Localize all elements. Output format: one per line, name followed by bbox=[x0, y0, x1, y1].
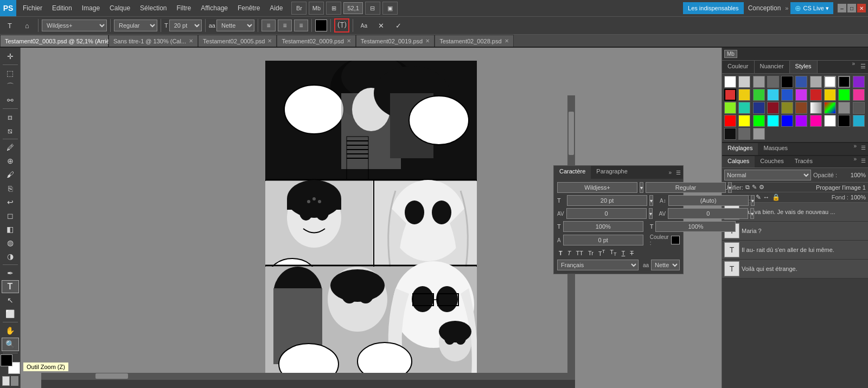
font-size-input[interactable] bbox=[567, 195, 647, 206]
style-swatch-6[interactable] bbox=[795, 76, 807, 88]
calques-tab-couches[interactable]: Couches bbox=[755, 156, 789, 167]
layer-row-2[interactable]: T Il au- rait dû s'en aller de lui même. bbox=[722, 241, 868, 260]
align-left-btn[interactable]: ≡ bbox=[261, 20, 276, 31]
aa-select[interactable]: Nette bbox=[651, 260, 680, 270]
font-style-select[interactable]: Regular Bold Italic bbox=[114, 20, 157, 31]
menu-fenetre[interactable]: Fenêtre bbox=[233, 2, 264, 14]
nuancier-tab[interactable]: Nuancier bbox=[755, 61, 790, 73]
sub-btn[interactable]: TT bbox=[608, 248, 618, 257]
indispensables-button[interactable]: Les indispensables bbox=[683, 2, 744, 14]
tab-5[interactable]: Testament02_0028.psd ✕ bbox=[435, 35, 513, 47]
style-swatch-4[interactable] bbox=[767, 76, 779, 88]
char-tab-paragraphe[interactable]: Paragraphe bbox=[591, 166, 633, 179]
styles-tab[interactable]: Styles bbox=[790, 61, 818, 73]
style-swatch-15[interactable] bbox=[781, 89, 793, 101]
tab-2[interactable]: Testament02_0005.psd ✕ bbox=[198, 35, 277, 47]
style-swatch-13[interactable] bbox=[753, 89, 765, 101]
unify-icon-1[interactable]: ⧉ bbox=[745, 184, 750, 191]
style-swatch-27[interactable] bbox=[810, 102, 822, 114]
style-swatch-18[interactable] bbox=[824, 89, 836, 101]
h-scrollbar[interactable] bbox=[41, 373, 575, 379]
leading-dropdown[interactable]: ▾ bbox=[751, 195, 755, 206]
lasso-tool[interactable]: ⌒ bbox=[2, 80, 19, 93]
align-right-btn[interactable]: ≡ bbox=[294, 20, 308, 31]
char-menu-btn[interactable]: ☰ bbox=[674, 170, 683, 176]
layer-row-3[interactable]: T Voilà qui est étrange. bbox=[722, 260, 868, 279]
style-swatch-10[interactable] bbox=[853, 76, 865, 88]
style-swatch-12[interactable] bbox=[738, 89, 750, 101]
panel-expand-btn[interactable]: » bbox=[850, 61, 857, 73]
style-swatch-26[interactable] bbox=[795, 102, 807, 114]
calques-menu-btn[interactable]: ☰ bbox=[859, 156, 868, 167]
menu-edition[interactable]: Edition bbox=[48, 2, 76, 14]
menu-image[interactable]: Image bbox=[78, 2, 104, 14]
style-swatch-34[interactable] bbox=[767, 115, 779, 127]
v-scrollbar-thumb[interactable] bbox=[569, 112, 574, 155]
menu-fichier[interactable]: Fichier bbox=[18, 2, 47, 14]
font-family-select[interactable]: Wildjess+ bbox=[42, 20, 107, 31]
char-font-input[interactable] bbox=[557, 182, 637, 193]
bold-btn[interactable]: T bbox=[557, 248, 564, 257]
expand-icon[interactable]: » bbox=[785, 5, 788, 11]
menu-affichage[interactable]: Affichage bbox=[196, 2, 232, 14]
style-swatch-3[interactable] bbox=[753, 76, 765, 88]
style-swatch-21[interactable] bbox=[724, 102, 736, 114]
eyedropper-tool[interactable]: 🖉 bbox=[2, 141, 19, 154]
style-swatch-39[interactable] bbox=[838, 115, 850, 127]
char-style-dropdown[interactable]: ▾ bbox=[728, 182, 732, 193]
move-tool[interactable]: ✛ bbox=[2, 50, 19, 63]
style-swatch-29[interactable] bbox=[838, 102, 850, 114]
text-tool[interactable]: T bbox=[2, 280, 19, 293]
tab-close-2[interactable]: ✕ bbox=[267, 38, 272, 44]
calques-tab-calques[interactable]: Calques bbox=[722, 156, 755, 167]
style-swatch-14[interactable] bbox=[767, 89, 779, 101]
calques-expand-btn[interactable]: » bbox=[851, 156, 859, 167]
char-expand-btn[interactable]: » bbox=[666, 170, 674, 176]
style-swatch-5[interactable] bbox=[781, 76, 793, 88]
style-swatch-25[interactable] bbox=[781, 102, 793, 114]
dodge-tool[interactable]: ◑ bbox=[2, 250, 19, 263]
cancel-btn[interactable]: ✕ bbox=[374, 18, 389, 33]
allcaps-btn[interactable]: TT bbox=[574, 248, 584, 257]
style-swatch-32[interactable] bbox=[738, 115, 750, 127]
style-swatch-16[interactable] bbox=[795, 89, 807, 101]
tab-0[interactable]: Testament02_0003.psd @ 52,1% (Arrière-pl… bbox=[0, 35, 108, 47]
scale-v-input[interactable] bbox=[655, 221, 736, 232]
align-center-btn[interactable]: ≡ bbox=[278, 20, 292, 31]
style-swatch-31[interactable] bbox=[724, 115, 736, 127]
super-btn[interactable]: TT bbox=[597, 248, 607, 257]
standard-mode-btn[interactable] bbox=[2, 376, 10, 386]
style-swatch-1[interactable] bbox=[724, 76, 736, 88]
tab-1[interactable]: Sans titre-1 @ 130% (Cal... ✕ bbox=[108, 35, 198, 47]
history-brush-tool[interactable]: ↩ bbox=[2, 196, 19, 209]
menu-selection[interactable]: Sélection bbox=[136, 2, 171, 14]
warp-btn[interactable]: ⌂ bbox=[20, 18, 35, 33]
tab-close-4[interactable]: ✕ bbox=[425, 38, 430, 44]
language-select[interactable]: Français bbox=[557, 260, 639, 270]
baseline-input[interactable] bbox=[563, 235, 643, 245]
blur-tool[interactable]: ◍ bbox=[2, 236, 19, 249]
zoom-display[interactable]: 52,1 bbox=[343, 2, 362, 14]
view-icon[interactable]: ⊟ bbox=[365, 2, 380, 15]
select-tool[interactable]: ⬚ bbox=[2, 67, 19, 80]
couleur-tab[interactable]: Couleur bbox=[722, 61, 755, 73]
stamp-tool[interactable]: ⎘ bbox=[2, 182, 19, 195]
spot-heal-tool[interactable]: ⊕ bbox=[2, 154, 19, 167]
track-dropdown[interactable]: ▾ bbox=[750, 208, 754, 219]
style-swatch-22[interactable] bbox=[738, 102, 750, 114]
blend-mode-select[interactable]: Normal bbox=[724, 170, 811, 180]
antialiasing-select[interactable]: Nette bbox=[216, 20, 254, 31]
underline-btn[interactable]: T bbox=[620, 248, 627, 257]
char-color-swatch[interactable] bbox=[671, 236, 680, 244]
text-tool-btn[interactable]: T bbox=[2, 18, 17, 33]
menu-calque[interactable]: Calque bbox=[105, 2, 135, 14]
track-input[interactable] bbox=[668, 208, 748, 219]
style-swatch-41[interactable] bbox=[724, 128, 736, 140]
reglages-menu-btn[interactable]: ☰ bbox=[859, 143, 868, 155]
char-style-input[interactable] bbox=[646, 182, 726, 193]
lock-icon-4[interactable]: 🔒 bbox=[772, 193, 780, 201]
style-swatch-8[interactable] bbox=[824, 76, 836, 88]
crop-tool[interactable]: ⧈ bbox=[2, 111, 19, 124]
tab-close-1[interactable]: ✕ bbox=[189, 38, 193, 44]
style-swatch-24[interactable] bbox=[767, 102, 779, 114]
